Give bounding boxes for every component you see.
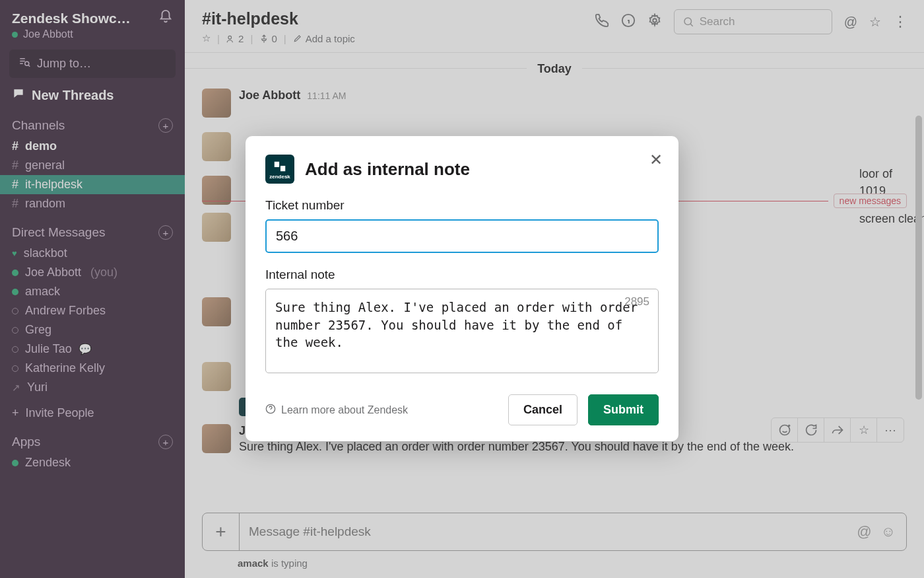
zendesk-app-icon: zendesk bbox=[265, 155, 294, 184]
ticket-number-label: Ticket number bbox=[265, 198, 659, 213]
ticket-number-input[interactable] bbox=[265, 219, 659, 253]
modal-overlay[interactable]: ✕ zendesk Add as internal note Ticket nu… bbox=[0, 0, 924, 578]
add-internal-note-modal: ✕ zendesk Add as internal note Ticket nu… bbox=[246, 136, 678, 441]
learn-more-link[interactable]: Learn more about Zendesk bbox=[265, 404, 408, 417]
help-icon bbox=[265, 404, 276, 417]
char-count: 2895 bbox=[624, 295, 649, 308]
internal-note-label: Internal note bbox=[265, 268, 659, 282]
modal-title: Add as internal note bbox=[305, 159, 470, 180]
submit-button[interactable]: Submit bbox=[588, 394, 659, 425]
cancel-button[interactable]: Cancel bbox=[508, 394, 578, 425]
close-icon[interactable]: ✕ bbox=[649, 151, 663, 169]
internal-note-textarea[interactable] bbox=[265, 289, 659, 373]
